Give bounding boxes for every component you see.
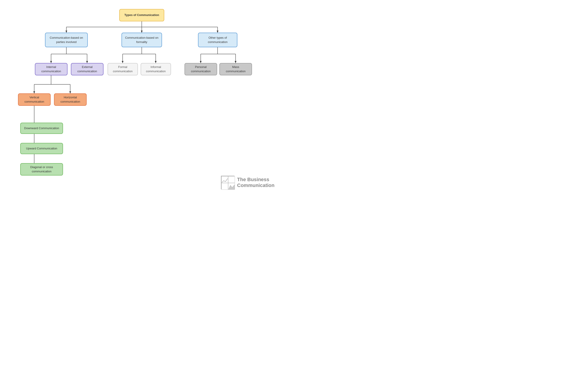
formal-node: Formal communication bbox=[108, 63, 138, 75]
diagonal-node: Diagonal or cross communication bbox=[20, 163, 63, 176]
svg-marker-3 bbox=[65, 30, 67, 33]
svg-marker-23 bbox=[200, 61, 202, 63]
comm-parties-node: Communication-based on parties involved bbox=[45, 33, 88, 47]
root-node: Types of Communication bbox=[119, 9, 164, 21]
svg-marker-19 bbox=[155, 61, 157, 63]
informal-node: Informal communication bbox=[141, 63, 171, 75]
svg-marker-25 bbox=[235, 61, 236, 63]
vertical-node: Vertical communication bbox=[18, 93, 51, 106]
external-node: External communication bbox=[71, 63, 104, 75]
svg-marker-31 bbox=[69, 91, 71, 93]
logo-icon bbox=[221, 176, 234, 189]
svg-marker-5 bbox=[141, 30, 143, 33]
downward-node: Downward Communication bbox=[20, 123, 63, 134]
internal-node: Internal communication bbox=[35, 63, 67, 75]
comm-other-node: Other types of communication bbox=[198, 33, 237, 47]
logo: The Business Communication bbox=[221, 176, 275, 189]
svg-marker-29 bbox=[33, 91, 35, 93]
svg-marker-13 bbox=[86, 61, 88, 63]
svg-marker-11 bbox=[50, 61, 52, 63]
svg-marker-7 bbox=[217, 30, 218, 33]
logo-text: The Business Communication bbox=[237, 177, 275, 189]
horizontal-node: Horizontal communication bbox=[54, 93, 87, 106]
diagram-container: Types of Communication Communication-bas… bbox=[0, 0, 288, 196]
svg-marker-17 bbox=[122, 61, 123, 63]
personal-node: Personal communication bbox=[184, 63, 217, 75]
mass-node: Mass communication bbox=[219, 63, 252, 75]
comm-formality-node: Communication-based on formality bbox=[121, 33, 162, 47]
upward-node: Upward Communication bbox=[20, 143, 63, 154]
